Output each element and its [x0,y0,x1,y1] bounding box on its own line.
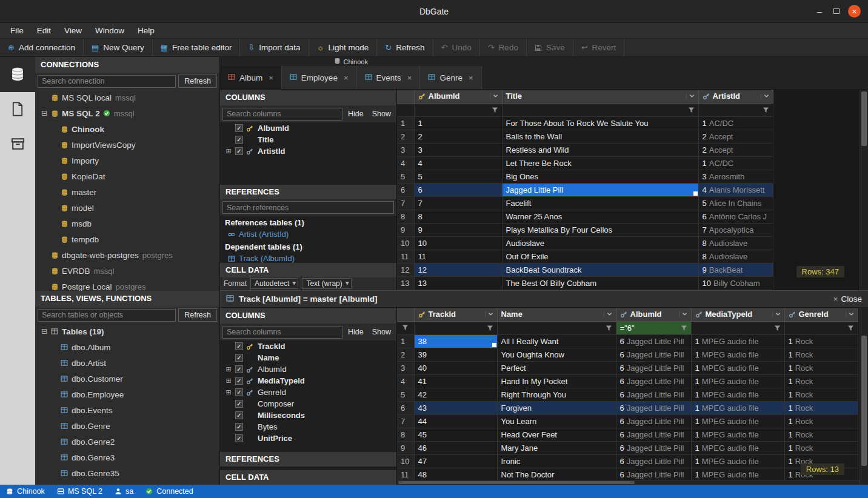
data-cell[interactable]: 5Alice In Chains [698,196,773,210]
data-cell[interactable]: Not The Doctor [497,468,616,481]
collapse-icon[interactable]: ⊟ [41,327,51,336]
row-number-cell[interactable]: 8 [397,428,414,441]
data-cell[interactable]: 1MPEG audio file [691,468,784,481]
columns-search-input[interactable] [222,108,342,121]
refresh-button[interactable]: ↻ Refresh [377,39,433,56]
data-cell[interactable]: 40 [414,361,497,374]
data-cell[interactable]: 46 [414,441,497,454]
data-cell[interactable]: 6Jagged Little Pill [616,361,691,374]
column-item[interactable]: ✓Bytes [220,421,396,433]
free-table-editor-button[interactable]: ▦ Free table editor [153,39,241,56]
scrollbar-thumb[interactable] [861,336,867,466]
column-item[interactable]: ⊞✓ArtistId [220,145,396,157]
column-item[interactable]: ✓Composer [220,398,396,410]
row-number-cell[interactable]: 2 [397,130,414,143]
reference-link[interactable]: Artist (ArtistId) [220,228,396,240]
filter-cell[interactable] [784,321,858,334]
data-cell[interactable]: Big Ones [502,170,698,183]
data-cell[interactable]: Plays Metallica By Four Cellos [502,223,698,236]
data-cell[interactable]: 1MPEG audio file [691,334,784,348]
column-menu-button[interactable] [679,311,687,317]
data-cell[interactable]: 6 [414,183,502,196]
data-cell[interactable]: 6Jagged Little Pill [616,334,691,348]
data-cell[interactable]: 1MPEG audio file [691,388,784,401]
tab-album[interactable]: Album × [220,66,282,89]
data-cell[interactable]: 13 [414,276,502,290]
import-data-button[interactable]: ⇩ Import data [240,39,309,56]
reference-link[interactable]: Track (AlbumId) [220,253,396,262]
column-menu-button[interactable] [485,311,493,317]
filter-icon[interactable] [774,325,781,331]
row-number-cell[interactable]: 13 [397,276,414,290]
data-cell[interactable]: Head Over Feet [497,428,616,441]
tables-search-input[interactable] [38,309,176,322]
filter-icon[interactable] [847,325,854,331]
table-item[interactable]: dbo.Artist [35,355,219,371]
data-cell[interactable]: 9BackBeat [698,263,773,276]
data-cell[interactable]: 4Alanis Morissett [698,183,773,196]
data-cell[interactable]: 1AC/DC [698,116,773,130]
data-cell[interactable]: 6Jagged Little Pill [616,468,691,481]
column-checkbox[interactable]: ✓ [235,411,243,419]
horizontal-scrollbar[interactable] [397,480,860,485]
tab-events[interactable]: Events × [357,66,421,89]
table-item[interactable]: dbo.Events [35,402,219,418]
row-number-cell[interactable]: 6 [397,183,414,196]
data-cell[interactable]: 1MPEG audio file [691,454,784,468]
column-item[interactable]: ⊞✓AlbumId [220,364,396,375]
data-cell[interactable]: 43 [414,401,497,414]
connection-item[interactable]: Chinook [35,121,219,137]
scrollbar-thumb[interactable] [398,481,635,484]
column-checkbox[interactable]: ✓ [235,423,243,431]
data-cell[interactable]: 1 [414,116,502,130]
data-cell[interactable]: 10Billy Cobham [698,276,773,290]
data-cell[interactable]: Ironic [497,454,616,468]
add-connection-button[interactable]: ⊕ Add connection [0,39,84,56]
column-checkbox[interactable]: ✓ [235,388,243,396]
data-cell[interactable]: Let There Be Rock [502,156,698,170]
data-cell[interactable]: 4 [414,156,502,170]
data-cell[interactable]: 1Rock [784,428,858,441]
connection-item[interactable]: KopieDat [35,168,219,184]
display-select[interactable]: Text (wrap) [302,278,351,289]
row-number-cell[interactable]: 2 [397,348,414,361]
column-item[interactable]: ⊞✓GenreId [220,387,396,398]
column-checkbox[interactable]: ✓ [235,354,243,362]
connection-item[interactable]: Postgre Localpostgres [35,279,219,291]
data-cell[interactable]: 7 [414,196,502,210]
grid-column-header-albumid[interactable]: AlbumId [414,90,502,103]
close-tab-icon[interactable]: × [269,73,273,82]
close-reference-panel-button[interactable]: × Close [833,294,862,304]
data-cell[interactable]: For Those About To Rock We Salute You [502,116,698,130]
menu-view[interactable]: View [58,26,88,35]
data-cell[interactable]: 1MPEG audio file [691,348,784,361]
data-cell[interactable]: 10 [414,236,502,250]
widget-database-icon[interactable] [0,57,35,92]
show-columns-button[interactable]: Show [369,107,394,121]
data-cell[interactable]: Warner 25 Anos [502,210,698,223]
filter-icon[interactable] [606,325,612,331]
row-number-cell[interactable]: 10 [397,236,414,250]
expand-icon[interactable]: ⊞ [225,377,232,385]
vertical-scrollbar[interactable] [860,90,868,290]
row-number-cell[interactable]: 4 [397,374,414,388]
row-number-cell[interactable]: 8 [397,210,414,223]
filter-cell[interactable] [698,103,773,116]
column-item[interactable]: ⊞✓MediaTypeId [220,375,396,387]
format-select[interactable]: Autodetect [250,278,298,289]
data-cell[interactable]: 2Accept [698,143,773,156]
column-menu-button[interactable] [490,93,498,99]
connection-item[interactable]: EVRDBmssql [35,263,219,279]
filter-icon[interactable] [688,107,695,113]
column-item[interactable]: ✓Title [220,134,396,145]
grid-column-header-mediatypeid[interactable]: MediaTypeId [691,308,784,321]
data-cell[interactable]: 6Antônio Carlos J [698,210,773,223]
connection-item[interactable]: tempdb [35,231,219,247]
column-checkbox[interactable]: ✓ [235,136,243,144]
row-number-cell[interactable]: 7 [397,196,414,210]
grid-column-header-albumid[interactable]: AlbumId [616,308,691,321]
show-columns-button[interactable]: Show [369,325,394,339]
table-item[interactable]: dbo.Album [35,339,219,355]
data-cell[interactable]: 39 [414,348,497,361]
connections-refresh-button[interactable]: Refresh [178,75,217,88]
